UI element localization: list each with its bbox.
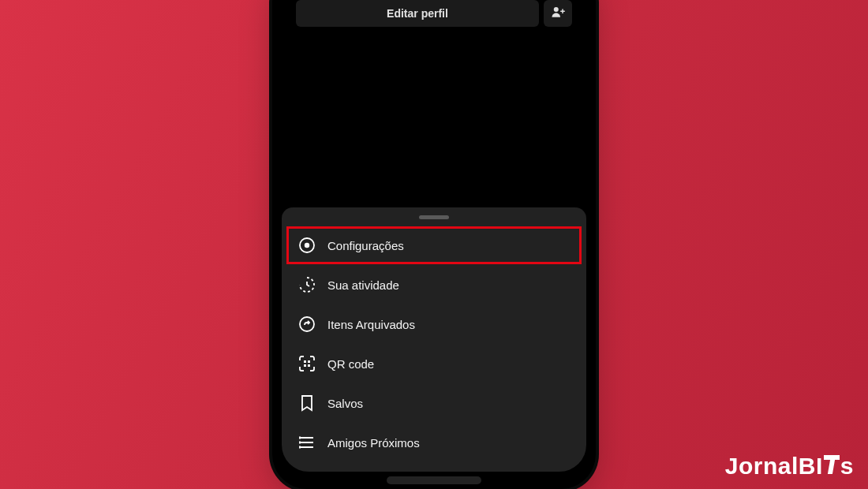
- phone-frame: Nalbert Gomes Da Silva Pontes Editar per…: [272, 0, 596, 489]
- bottom-sheet: Configurações Sua atividade Itens Arquiv…: [282, 207, 586, 472]
- watermark-t-icon: [824, 454, 840, 474]
- menu-item-qr[interactable]: QR code: [282, 344, 586, 383]
- menu-item-close-friends[interactable]: Amigos Próximos: [282, 423, 586, 462]
- settings-icon: [297, 236, 316, 255]
- menu-item-activity[interactable]: Sua atividade: [282, 265, 586, 304]
- qr-icon: [297, 354, 316, 373]
- phone-screen: Nalbert Gomes Da Silva Pontes Editar per…: [282, 0, 586, 472]
- svg-rect-6: [304, 364, 306, 367]
- activity-icon: [297, 275, 316, 294]
- svg-rect-4: [304, 360, 306, 363]
- svg-rect-7: [308, 364, 310, 367]
- close-friends-icon: [297, 433, 316, 452]
- svg-point-0: [554, 7, 559, 12]
- watermark-text-b: BI: [799, 453, 823, 480]
- svg-rect-5: [308, 360, 310, 363]
- bookmark-icon: [297, 394, 316, 412]
- watermark-logo: Jornal BI s: [725, 453, 854, 480]
- menu-item-settings[interactable]: Configurações: [282, 226, 586, 265]
- menu-item-label: Itens Arquivados: [327, 318, 415, 331]
- sheet-menu-list: Configurações Sua atividade Itens Arquiv…: [282, 226, 586, 462]
- menu-item-label: Configurações: [327, 239, 404, 252]
- menu-item-label: QR code: [327, 357, 374, 371]
- discover-people-button[interactable]: [544, 0, 572, 27]
- watermark-text-c: s: [840, 453, 854, 480]
- menu-item-label: Salvos: [327, 397, 363, 410]
- menu-item-label: Sua atividade: [327, 278, 399, 292]
- svg-point-3: [300, 317, 314, 331]
- sheet-drag-handle[interactable]: [419, 215, 449, 219]
- menu-item-archive[interactable]: Itens Arquivados: [282, 304, 586, 344]
- menu-item-label: Amigos Próximos: [327, 436, 420, 450]
- menu-item-saved[interactable]: Salvos: [282, 383, 586, 423]
- watermark-text-a: Jornal: [725, 453, 799, 480]
- archive-icon: [297, 315, 316, 334]
- svg-point-2: [305, 243, 309, 248]
- home-indicator: [387, 476, 481, 484]
- profile-header: Nalbert Gomes Da Silva Pontes Editar per…: [282, 0, 586, 27]
- edit-profile-button[interactable]: Editar perfil: [296, 0, 539, 27]
- add-user-icon: [551, 5, 565, 22]
- edit-profile-row: Editar perfil: [296, 0, 572, 27]
